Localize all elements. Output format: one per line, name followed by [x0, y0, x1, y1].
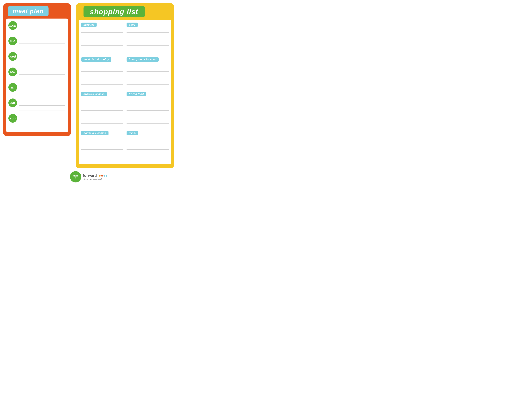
section-line [81, 115, 123, 119]
logo-it: it [75, 177, 76, 179]
logo-dot-1 [101, 175, 103, 177]
shopping-list-title: shopping list [90, 8, 138, 16]
logo-forward-text: forward [83, 174, 97, 177]
day-row: sun [8, 114, 65, 126]
section-line [81, 72, 123, 76]
day-row: mon [8, 21, 65, 33]
section-label-meatfishpoultry: meat, fish & poultry [81, 57, 111, 62]
day-line [19, 55, 65, 59]
section-line [81, 37, 123, 41]
section-line [81, 150, 123, 154]
section-line [81, 98, 123, 102]
day-lines-sun[interactable] [19, 114, 65, 126]
section-label-produce: produce [81, 23, 96, 27]
section-line [127, 33, 169, 37]
section-line [81, 68, 123, 72]
section-line [127, 76, 169, 80]
section-line [127, 85, 169, 89]
section-lines[interactable] [127, 137, 169, 158]
logo-circle: mom it [70, 171, 81, 182]
section-lines[interactable] [81, 137, 123, 158]
day-line [19, 75, 65, 80]
logo-mom: mom [73, 174, 78, 177]
logo-dot-0 [99, 175, 101, 177]
day-line [19, 106, 65, 111]
day-line [19, 44, 65, 49]
shopping-list-inner: producemeat, fish & poultrydrinks & snac… [79, 20, 171, 164]
main-container: meal plan montuewedthufrisatsun shopping… [3, 3, 174, 168]
section-lines[interactable] [81, 28, 123, 54]
section-line [127, 115, 169, 119]
section-line [127, 29, 169, 33]
section-label-dairy: dairy [127, 23, 138, 27]
section-line [81, 81, 123, 85]
section-line [127, 154, 169, 158]
section-line [127, 146, 169, 149]
section-label-breadpastacereal: bread, pasta & cereal [127, 57, 159, 62]
section-lines[interactable] [127, 63, 169, 89]
section-line [127, 63, 169, 67]
day-line [19, 122, 65, 126]
shopping-section: meat, fish & poultry [81, 57, 123, 89]
section-line [127, 107, 169, 111]
day-line [19, 39, 65, 44]
shopping-section: produce [81, 23, 123, 54]
day-circle-sat: sat [8, 98, 17, 107]
section-line [127, 81, 169, 85]
logo-text-group: forward where mom is a verb [83, 174, 107, 180]
shopping-section: drinks & snacks [81, 92, 123, 128]
section-line [81, 124, 123, 128]
logo-forward: forward [83, 174, 107, 178]
section-label-frozenfood: frozen food [127, 92, 146, 96]
day-lines-mon[interactable] [19, 21, 65, 33]
day-lines-tue[interactable] [19, 36, 65, 49]
day-lines-wed[interactable] [19, 52, 65, 64]
day-circle-fri: fri [8, 83, 17, 92]
section-line [127, 141, 169, 145]
section-line [81, 154, 123, 158]
meal-plan-title-tab: meal plan [8, 6, 48, 16]
shopping-section: bread, pasta & cereal [127, 57, 169, 89]
section-line [81, 46, 123, 50]
day-line [19, 117, 65, 121]
section-line [127, 46, 169, 50]
day-lines-thu[interactable] [19, 67, 65, 80]
day-lines-fri[interactable] [19, 83, 65, 95]
section-lines[interactable] [81, 63, 123, 89]
section-line [81, 50, 123, 54]
section-line [81, 137, 123, 141]
shopping-list-title-tab: shopping list [84, 6, 145, 17]
section-line [127, 150, 169, 154]
day-circle-sun: sun [8, 114, 17, 123]
section-line [127, 37, 169, 41]
day-line [19, 60, 65, 64]
section-line [127, 68, 169, 72]
section-line [127, 124, 169, 128]
day-circle-thu: thu [8, 67, 17, 76]
section-line [127, 42, 169, 46]
day-circle-wed: wed [8, 52, 17, 61]
shopping-col-right: dairybread, pasta & cerealfrozen foodmis… [127, 23, 169, 161]
section-lines[interactable] [127, 28, 169, 54]
section-line [81, 85, 123, 89]
section-lines[interactable] [81, 98, 123, 128]
day-circle-mon: mon [8, 21, 17, 30]
shopping-grid: producemeat, fish & poultrydrinks & snac… [81, 23, 169, 161]
section-line [81, 141, 123, 145]
day-lines-sat[interactable] [19, 98, 65, 111]
section-line [81, 33, 123, 37]
meal-plan-board: meal plan montuewedthufrisatsun [3, 3, 71, 136]
day-line [19, 24, 65, 28]
section-line [81, 146, 123, 149]
day-line [19, 70, 65, 75]
shopping-col-left: producemeat, fish & poultrydrinks & snac… [81, 23, 123, 161]
meal-plan-inner: montuewedthufrisatsun [6, 19, 68, 132]
day-line [19, 101, 65, 106]
section-line [127, 102, 169, 106]
day-row: tue [8, 36, 65, 49]
section-line [127, 50, 169, 54]
shopping-section: frozen food [127, 92, 169, 128]
meal-plan-title: meal plan [13, 8, 44, 15]
section-lines[interactable] [127, 98, 169, 128]
logo-dot-2 [104, 175, 105, 177]
